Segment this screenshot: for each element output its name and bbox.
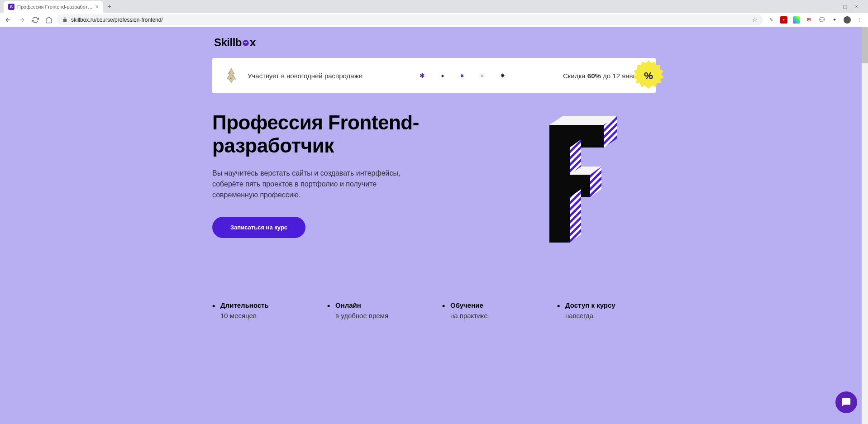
feature-value: 10 месяцев xyxy=(212,312,311,319)
feature-duration: Длительность 10 месяцев xyxy=(212,301,311,319)
tab-bar: S Профессия Frontend-разработ… × + — ▢ × xyxy=(0,0,868,13)
feature-value: на практике xyxy=(442,312,541,319)
address-bar-row: skillbox.ru/course/profession-frontend/ … xyxy=(0,13,868,27)
discount-prefix: Скидка xyxy=(563,72,587,80)
nav-icons xyxy=(5,16,52,24)
bookmark-star-icon[interactable]: ☆ xyxy=(752,16,758,23)
ext-icon-eyedropper[interactable]: ✎ xyxy=(768,16,775,24)
scrollbar-thumb[interactable] xyxy=(862,27,868,63)
feature-access: Доступ к курсу навсегда xyxy=(557,301,656,319)
skillbox-logo[interactable]: Skillbx xyxy=(212,36,656,49)
letter-f-3d-icon xyxy=(545,111,631,256)
tab-title: Профессия Frontend-разработ… xyxy=(17,4,93,10)
scrollbar[interactable] xyxy=(862,27,868,424)
feature-online: Онлайн в удобное время xyxy=(327,301,426,319)
minimize-icon[interactable]: — xyxy=(830,4,835,10)
browser-chrome: S Профессия Frontend-разработ… × + — ▢ ×… xyxy=(0,0,868,27)
promo-text: Участвует в новогодней распродаже xyxy=(248,72,362,80)
sparkle-icon: ✲ xyxy=(480,73,484,78)
tab-favicon: S xyxy=(8,4,14,10)
page-title: Профессия Frontend-разработчик xyxy=(212,111,502,157)
ext-icon-chat[interactable]: 💬 xyxy=(818,16,825,24)
maximize-icon[interactable]: ▢ xyxy=(843,4,847,10)
promo-decoration: ✱ ◆ ✖ ✲ ✷ xyxy=(372,72,554,79)
feature-title: Длительность xyxy=(212,301,311,309)
feature-practice: Обучение на практике xyxy=(442,301,541,319)
ext-icon-shield[interactable]: ⛨ xyxy=(806,16,813,24)
hero-left: Профессия Frontend-разработчик Вы научит… xyxy=(212,111,502,256)
browser-tab[interactable]: S Профессия Frontend-разработ… × xyxy=(4,1,103,13)
svg-point-1 xyxy=(229,72,231,74)
chrome-menu-icon[interactable]: ⋮ xyxy=(856,16,863,24)
discount-percent: 60% xyxy=(587,72,601,80)
hero-section: Профессия Frontend-разработчик Вы научит… xyxy=(212,111,656,256)
window-controls: — ▢ × xyxy=(830,4,864,10)
ext-icon-pdf[interactable]: ▪ xyxy=(780,16,787,24)
percent-icon: % xyxy=(644,70,653,81)
ext-icon-grid[interactable] xyxy=(793,16,800,24)
features-row: Длительность 10 месяцев Онлайн в удобное… xyxy=(212,301,656,319)
new-tab-button[interactable]: + xyxy=(103,3,116,10)
content-container: Skillbx Участвует в новогодней распродаж… xyxy=(212,27,656,338)
url-text: skillbox.ru/course/profession-frontend/ xyxy=(71,17,749,23)
promo-banner[interactable]: Участвует в новогодней распродаже ✱ ◆ ✖ … xyxy=(212,58,656,93)
close-window-icon[interactable]: × xyxy=(855,4,858,10)
extension-icons: ✎ ▪ ⛨ 💬 ✦ ⋮ xyxy=(768,16,863,24)
lock-icon xyxy=(62,17,67,22)
tab-close-icon[interactable]: × xyxy=(95,4,99,10)
sparkle-icon: ✷ xyxy=(500,72,506,79)
feature-value: в удобное время xyxy=(327,312,426,319)
hero-description: Вы научитесь верстать сайты и создавать … xyxy=(212,168,420,200)
logo-text-suffix: x xyxy=(250,36,256,48)
feature-title: Онлайн xyxy=(327,301,426,309)
reload-icon[interactable] xyxy=(32,16,39,24)
ext-icon-puzzle[interactable]: ✦ xyxy=(831,16,838,24)
svg-point-3 xyxy=(230,78,232,79)
back-icon[interactable] xyxy=(5,16,12,24)
sparkle-icon: ✖ xyxy=(460,73,464,78)
sparkle-icon: ✱ xyxy=(420,72,425,79)
forward-icon[interactable] xyxy=(18,16,25,24)
page-body: Skillbx Участвует в новогодней распродаж… xyxy=(0,27,868,424)
address-bar[interactable]: skillbox.ru/course/profession-frontend/ … xyxy=(57,14,763,25)
hero-illustration xyxy=(520,111,656,256)
chat-widget-button[interactable] xyxy=(835,391,857,413)
ext-icon-avatar[interactable] xyxy=(844,16,851,24)
feature-value: навсегда xyxy=(557,312,656,319)
logo-text: Skillb xyxy=(214,36,242,48)
home-icon[interactable] xyxy=(45,16,52,24)
discount-badge: % xyxy=(632,59,665,92)
feature-title: Обучение xyxy=(442,301,541,309)
sparkle-icon: ◆ xyxy=(441,74,444,78)
chat-icon xyxy=(841,397,851,407)
feature-title: Доступ к курсу xyxy=(557,301,656,309)
enroll-button[interactable]: Записаться на курс xyxy=(212,217,305,238)
christmas-tree-icon xyxy=(224,67,238,84)
svg-point-2 xyxy=(232,75,234,76)
